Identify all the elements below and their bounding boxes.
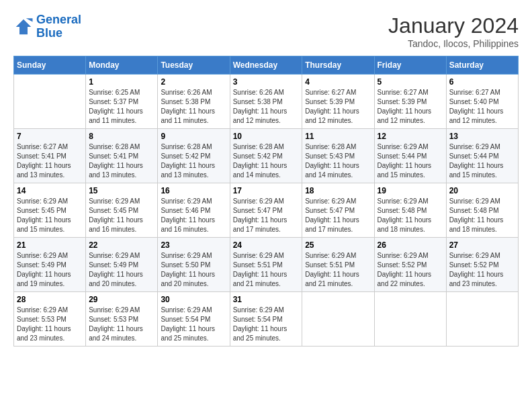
calendar-cell: 8Sunrise: 6:28 AMSunset: 5:41 PMDaylight… <box>86 129 158 183</box>
daylight-text: Daylight: 11 hours and 15 minutes. <box>17 216 83 234</box>
day-info: Sunrise: 6:26 AMSunset: 5:38 PMDaylight:… <box>233 88 300 126</box>
day-number: 14 <box>17 186 83 195</box>
calendar-cell: 3Sunrise: 6:26 AMSunset: 5:38 PMDaylight… <box>230 75 302 129</box>
day-info: Sunrise: 6:26 AMSunset: 5:38 PMDaylight:… <box>161 88 226 126</box>
sunrise-text: Sunrise: 6:29 AM <box>378 251 443 261</box>
daylight-text: Daylight: 11 hours and 25 minutes. <box>161 324 226 343</box>
sunset-text: Sunset: 5:52 PM <box>378 261 443 270</box>
day-info: Sunrise: 6:29 AMSunset: 5:53 PMDaylight:… <box>89 306 154 343</box>
day-info: Sunrise: 6:29 AMSunset: 5:46 PMDaylight:… <box>161 197 226 234</box>
day-info: Sunrise: 6:28 AMSunset: 5:41 PMDaylight:… <box>89 142 154 180</box>
logo-line2: Blue <box>36 26 62 40</box>
daylight-text: Daylight: 11 hours and 14 minutes. <box>233 161 300 180</box>
sunrise-text: Sunrise: 6:29 AM <box>305 197 371 206</box>
sunrise-text: Sunrise: 6:29 AM <box>89 251 154 261</box>
day-number: 12 <box>378 132 443 141</box>
sunset-text: Sunset: 5:53 PM <box>17 315 83 324</box>
day-number: 4 <box>305 77 371 87</box>
day-info: Sunrise: 6:29 AMSunset: 5:45 PMDaylight:… <box>17 197 83 234</box>
sunrise-text: Sunrise: 6:29 AM <box>17 251 83 261</box>
day-info: Sunrise: 6:25 AMSunset: 5:37 PMDaylight:… <box>89 88 154 126</box>
calendar-cell: 16Sunrise: 6:29 AMSunset: 5:46 PMDayligh… <box>158 183 230 238</box>
day-info: Sunrise: 6:29 AMSunset: 5:52 PMDaylight:… <box>449 251 515 289</box>
day-number: 21 <box>17 240 83 250</box>
sunset-text: Sunset: 5:44 PM <box>378 152 443 161</box>
calendar-week-4: 21Sunrise: 6:29 AMSunset: 5:49 PMDayligh… <box>14 238 519 292</box>
daylight-text: Daylight: 11 hours and 13 minutes. <box>89 161 154 180</box>
day-number: 19 <box>378 186 443 195</box>
sunset-text: Sunset: 5:38 PM <box>161 97 226 107</box>
sunset-text: Sunset: 5:44 PM <box>449 152 515 161</box>
daylight-text: Daylight: 11 hours and 18 minutes. <box>378 216 443 234</box>
daylight-text: Daylight: 11 hours and 11 minutes. <box>89 107 154 126</box>
sunrise-text: Sunrise: 6:29 AM <box>378 142 443 152</box>
day-info: Sunrise: 6:28 AMSunset: 5:43 PMDaylight:… <box>305 142 371 180</box>
page-header: General Blue January 2024 Tandoc, Ilocos… <box>13 13 519 49</box>
day-info: Sunrise: 6:29 AMSunset: 5:49 PMDaylight:… <box>17 251 83 289</box>
calendar-cell: 9Sunrise: 6:28 AMSunset: 5:42 PMDaylight… <box>158 129 230 183</box>
title-area: January 2024 Tandoc, Ilocos, Philippines <box>388 13 519 49</box>
sunrise-text: Sunrise: 6:29 AM <box>17 306 83 315</box>
sunrise-text: Sunrise: 6:29 AM <box>449 197 515 206</box>
sunset-text: Sunset: 5:53 PM <box>89 315 154 324</box>
logo: General Blue <box>13 13 81 40</box>
day-info: Sunrise: 6:29 AMSunset: 5:49 PMDaylight:… <box>89 251 154 289</box>
calendar-cell: 21Sunrise: 6:29 AMSunset: 5:49 PMDayligh… <box>14 238 86 292</box>
sunrise-text: Sunrise: 6:27 AM <box>378 88 443 97</box>
sunrise-text: Sunrise: 6:29 AM <box>89 306 154 315</box>
calendar-cell: 15Sunrise: 6:29 AMSunset: 5:45 PMDayligh… <box>86 183 158 238</box>
day-info: Sunrise: 6:29 AMSunset: 5:48 PMDaylight:… <box>449 197 515 234</box>
day-number: 27 <box>449 240 515 250</box>
calendar-cell: 30Sunrise: 6:29 AMSunset: 5:54 PMDayligh… <box>158 292 230 347</box>
daylight-text: Daylight: 11 hours and 20 minutes. <box>161 270 226 289</box>
day-info: Sunrise: 6:27 AMSunset: 5:41 PMDaylight:… <box>17 142 83 180</box>
daylight-text: Daylight: 11 hours and 23 minutes. <box>17 324 83 343</box>
calendar-cell: 5Sunrise: 6:27 AMSunset: 5:39 PMDaylight… <box>374 75 446 129</box>
day-number: 23 <box>161 240 226 250</box>
daylight-text: Daylight: 11 hours and 17 minutes. <box>233 216 300 234</box>
sunrise-text: Sunrise: 6:28 AM <box>305 142 371 152</box>
calendar-cell: 28Sunrise: 6:29 AMSunset: 5:53 PMDayligh… <box>14 292 86 347</box>
sunrise-text: Sunrise: 6:29 AM <box>233 251 300 261</box>
sunrise-text: Sunrise: 6:27 AM <box>17 142 83 152</box>
sunset-text: Sunset: 5:47 PM <box>305 206 371 216</box>
sunrise-text: Sunrise: 6:26 AM <box>161 88 226 97</box>
sunset-text: Sunset: 5:47 PM <box>233 206 300 216</box>
header-thursday: Thursday <box>302 56 374 75</box>
header-monday: Monday <box>86 56 158 75</box>
day-info: Sunrise: 6:29 AMSunset: 5:44 PMDaylight:… <box>378 142 443 180</box>
header-sunday: Sunday <box>14 56 86 75</box>
calendar-cell: 25Sunrise: 6:29 AMSunset: 5:51 PMDayligh… <box>302 238 374 292</box>
daylight-text: Daylight: 11 hours and 17 minutes. <box>305 216 371 234</box>
sunset-text: Sunset: 5:49 PM <box>17 261 83 270</box>
sunset-text: Sunset: 5:46 PM <box>161 206 226 216</box>
sunrise-text: Sunrise: 6:29 AM <box>161 251 226 261</box>
sunset-text: Sunset: 5:50 PM <box>161 261 226 270</box>
day-info: Sunrise: 6:29 AMSunset: 5:48 PMDaylight:… <box>378 197 443 234</box>
calendar-cell: 29Sunrise: 6:29 AMSunset: 5:53 PMDayligh… <box>86 292 158 347</box>
sunrise-text: Sunrise: 6:29 AM <box>449 142 515 152</box>
daylight-text: Daylight: 11 hours and 14 minutes. <box>305 161 371 180</box>
day-info: Sunrise: 6:29 AMSunset: 5:54 PMDaylight:… <box>233 306 300 343</box>
calendar-cell: 19Sunrise: 6:29 AMSunset: 5:48 PMDayligh… <box>374 183 446 238</box>
daylight-text: Daylight: 11 hours and 21 minutes. <box>305 270 371 289</box>
day-number: 30 <box>161 295 226 304</box>
daylight-text: Daylight: 11 hours and 18 minutes. <box>449 216 515 234</box>
calendar-week-2: 7Sunrise: 6:27 AMSunset: 5:41 PMDaylight… <box>14 129 519 183</box>
day-info: Sunrise: 6:29 AMSunset: 5:50 PMDaylight:… <box>161 251 226 289</box>
day-number: 25 <box>305 240 371 250</box>
sunrise-text: Sunrise: 6:29 AM <box>233 197 300 206</box>
main-title: January 2024 <box>388 13 519 38</box>
calendar-cell: 17Sunrise: 6:29 AMSunset: 5:47 PMDayligh… <box>230 183 302 238</box>
sunset-text: Sunset: 5:54 PM <box>161 315 226 324</box>
day-number: 7 <box>17 132 83 141</box>
daylight-text: Daylight: 11 hours and 21 minutes. <box>233 270 300 289</box>
sunset-text: Sunset: 5:45 PM <box>17 206 83 216</box>
sunset-text: Sunset: 5:54 PM <box>233 315 300 324</box>
calendar-cell: 13Sunrise: 6:29 AMSunset: 5:44 PMDayligh… <box>446 129 518 183</box>
day-number: 10 <box>233 132 300 141</box>
calendar-week-1: 1Sunrise: 6:25 AMSunset: 5:37 PMDaylight… <box>14 75 519 129</box>
calendar-cell: 12Sunrise: 6:29 AMSunset: 5:44 PMDayligh… <box>374 129 446 183</box>
sunrise-text: Sunrise: 6:29 AM <box>378 197 443 206</box>
day-info: Sunrise: 6:29 AMSunset: 5:47 PMDaylight:… <box>305 197 371 234</box>
